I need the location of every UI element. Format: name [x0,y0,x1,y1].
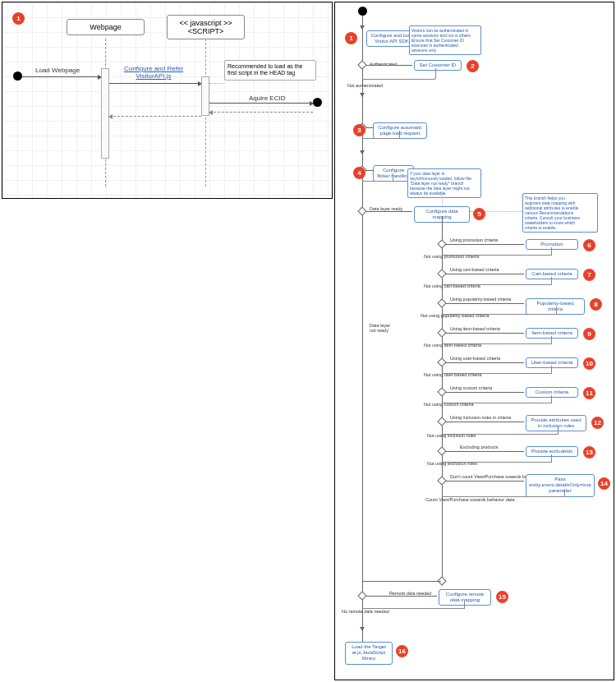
arrow-return [109,116,201,117]
d-remote [357,591,366,600]
arrow-ecid-out [209,103,313,104]
l-no-excl: Not using exclusion rules [427,461,477,466]
hline-n3 [366,127,373,128]
badge-1-left: 1 [12,12,25,25]
label-load-webpage: Load Webpage [35,67,80,74]
r-remote [362,601,465,609]
label-aquire-ecid: Aquire ECID [249,94,285,102]
l-use-item: Using item-based criteria [450,326,500,331]
l-no-item: Not using item-based criteria [424,343,481,348]
l-use-pop: Using popularity-based criteria [450,297,511,302]
arrow-sp-1 [360,25,365,30]
badge-3: 3 [353,124,365,136]
h-user [445,362,524,363]
note-auth: Visitors can be authenticated in some se… [409,25,481,55]
h-cart [445,274,524,274]
badge-2: 2 [467,60,479,72]
link-configure-visitor[interactable]: Configure and Refer VisitorAPI.js [124,65,183,80]
arrow-load [22,76,101,77]
badge-11: 11 [583,387,595,399]
l-use-promo: Using promotion criteria [450,237,498,242]
l-no-remote: No remote data needed [342,609,389,614]
h-remote [366,596,437,597]
l-use-cart: Using cart-based criteria [450,267,499,272]
l-no-custom: Not using custom criteria [424,402,474,407]
badge-13: 13 [583,446,595,459]
h-item [445,333,524,334]
h-count [445,481,524,482]
arrow-ecid-return [209,112,313,113]
l-use-custom: Using custom criteria [450,385,492,390]
note-connector [209,83,224,84]
badge-7: 7 [583,269,595,281]
h-promo [445,244,524,245]
activation-webpage [101,68,109,159]
arrow-sp-2 [360,93,365,97]
l-no-pop: Not using popularity-based criteria [421,313,489,318]
hline-n4 [366,170,373,171]
arrow-sp-3 [360,150,365,154]
lifeline-webpage: Webpage [67,19,145,35]
l-no-incl: Not using inclusion rules [427,433,476,438]
badge-1: 1 [345,32,357,44]
l-count: Count View/Purchase towards behavior dat… [425,497,514,502]
note-async: If your data layer is asynchronously loa… [407,168,481,198]
hline-auth [366,65,412,66]
note-augment: This branch helps you augment data mappi… [522,193,598,233]
merge-line [362,581,441,582]
label-dl-not-ready: Data layer not ready [370,323,390,333]
l-no-cart: Not using cart-based criteria [424,283,480,288]
l-excl: Excluding products [460,445,498,449]
badge-8: 8 [590,298,602,311]
badge-9: 9 [583,328,595,340]
badge-16: 16 [396,645,408,657]
arrow-sp-end [360,627,365,631]
node-load-atjs[interactable]: Load the Target at.js JavaScript library [345,642,393,665]
ecid-circle [313,98,322,107]
l-use-incl: Using inclusion rules in criteria [450,415,511,420]
label-authenticated: Authenticated [370,62,398,67]
badge-6: 6 [583,239,595,251]
h-pop [445,303,524,304]
badge-15: 15 [496,591,508,603]
start-circle [13,71,22,81]
badge-4: 4 [353,167,365,179]
badge-10: 10 [583,357,595,370]
label-not-auth: Not authenticated [347,83,383,88]
h-excl [445,451,524,452]
r-count [442,489,565,497]
flow-start [358,7,367,16]
l-no-promo: Not using promotion criteria [424,254,479,259]
note-head-tag: Recommended to load as the first script … [224,60,316,81]
lifeline-script: << javascript >> <SCRIPT> [167,15,245,39]
flowchart-panel: Configure and load Visitor API SDK 1 Vis… [334,2,614,680]
badge-12: 12 [591,417,604,429]
arrow-configure [109,83,201,84]
hline-dl [366,211,412,212]
h-custom [445,392,524,393]
return-n4 [362,173,393,182]
return-n3 [362,131,400,139]
badge-14: 14 [598,477,610,490]
badge-5: 5 [473,208,485,220]
l-use-user: Using user-based criteria [450,356,500,361]
main-spine [362,16,363,647]
dot-n5-note [442,193,443,206]
h-incl [445,422,524,422]
l-no-user: Not using user-based criteria [424,372,481,377]
return-auth [362,68,436,80]
diamond-dl [357,206,366,215]
sequence-diagram-panel: 1 Webpage << javascript >> <SCRIPT> Load… [2,2,333,199]
